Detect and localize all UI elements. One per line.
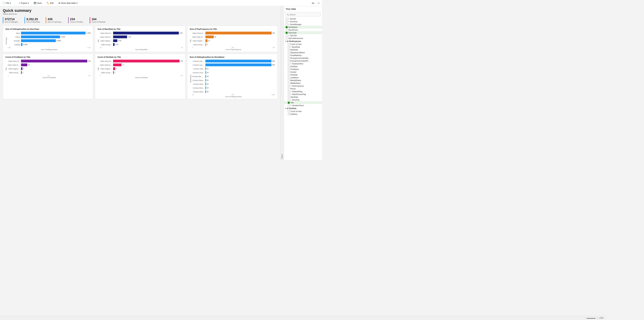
tree-checkbox-7[interactable] <box>286 37 288 39</box>
tree-checkbox-17[interactable] <box>288 66 290 68</box>
tree-checkbox-14[interactable] <box>288 57 290 59</box>
tree-checkbox-33[interactable] <box>288 110 290 112</box>
bar-container-r2-c1-b0: 143 <box>113 60 183 63</box>
tree-icon-16: Σ <box>290 63 292 65</box>
tree-item-31[interactable]: ΣVacationHours <box>284 104 322 107</box>
tree-item-0[interactable]: ΣStoreId <box>284 18 322 20</box>
bar-value-r1-c0-b1: 0.10M <box>61 36 65 38</box>
kpi-line-3 <box>68 17 69 23</box>
tree-checkbox-16[interactable] <box>288 63 290 65</box>
tree-item-30[interactable]: ✓Title <box>284 101 322 104</box>
tree-item-2[interactable]: ΣStoreManager <box>284 23 322 26</box>
tree-item-21[interactable]: LastName <box>284 76 322 79</box>
bar-container-r1-c0-b2: 0.09M <box>21 39 90 42</box>
chart-bar-row-r1-c1-b0: Sales Store M...6.6K <box>100 32 183 35</box>
tree-item-6[interactable]: ΣZipCode <box>284 34 322 37</box>
tree-section-dimemployee[interactable]: ▾ ⊞ DimEmployee <box>284 40 322 43</box>
tree-item-4[interactable]: StorePhone <box>284 29 322 31</box>
kpi-item-0: 372714 Sum of SellingAr... <box>3 17 19 23</box>
tree-checkbox-10[interactable] <box>288 46 290 48</box>
tree-item-15[interactable]: EmergencyContactPh... <box>284 60 322 62</box>
tree-checkbox-13[interactable] <box>288 55 290 56</box>
tree-item-34[interactable]: DateKey <box>284 113 322 116</box>
bar-fill-r1-c2-b0 <box>206 32 272 35</box>
chart-bars-r2-c0: Sales Store M...219Sales State Ma...19Sa… <box>8 60 90 78</box>
tree-section-dimdate[interactable]: ▾ ⊞ DimDate <box>284 107 322 110</box>
tree-item-19[interactable]: Gender <box>284 71 322 73</box>
tree-checkbox-6[interactable] <box>286 35 288 37</box>
tree-checkbox-0[interactable] <box>286 18 288 20</box>
tree-checkbox-26[interactable] <box>288 91 290 93</box>
tree-checkbox-5[interactable]: ✓ <box>286 32 288 34</box>
tree-item-3[interactable]: ✓StoreName <box>284 26 322 29</box>
tree-item-28[interactable]: StartDate <box>284 96 322 98</box>
tree-item-26[interactable]: ΣSalariedFlag <box>284 90 322 93</box>
tree-icon-6: Σ <box>288 35 289 36</box>
tree-checkbox-30[interactable]: ✓ <box>288 102 290 104</box>
tree-checkbox-11[interactable] <box>288 49 290 51</box>
tree-checkbox-9[interactable] <box>288 43 290 45</box>
tree-item-10[interactable]: ΣBaseRate <box>284 46 322 48</box>
tree-checkbox-31[interactable] <box>288 105 290 106</box>
tree-icon-29: Σ <box>290 99 292 101</box>
tree-item-25[interactable]: Phone <box>284 87 322 90</box>
tree-item-18[interactable]: FirstName <box>284 68 322 71</box>
bar-value-r2-c2-b8: 1K <box>207 91 209 93</box>
tree-checkbox-1[interactable] <box>286 21 288 23</box>
tree-checkbox-24[interactable] <box>288 85 290 87</box>
restore-icon[interactable]: ↩ <box>317 1 320 5</box>
tree-checkbox-18[interactable] <box>288 68 290 70</box>
tree-item-24[interactable]: ΣPayFrequency <box>284 85 322 87</box>
edit-button[interactable]: ✏️ Edit <box>46 1 54 5</box>
window-controls[interactable]: ⧉▾ <box>311 1 316 5</box>
tree-checkbox-2[interactable] <box>286 24 288 25</box>
tree-item-33[interactable]: Count of rows <box>284 110 322 113</box>
charts-row2: Count of FirstName by TitleTitleSales St… <box>3 54 278 99</box>
tree-item-23[interactable]: MiddleName <box>284 82 322 85</box>
table-icon: ⊞ <box>287 40 288 42</box>
tree-checkbox-27[interactable] <box>288 93 290 95</box>
tree-item-14[interactable]: EmergencyContactNa... <box>284 57 322 60</box>
save-button[interactable]: 💾 Save <box>33 1 43 5</box>
tree-item-17[interactable]: EndDate <box>284 65 322 68</box>
bar-fill-r1-c0-b0 <box>21 32 86 35</box>
tree-checkbox-12[interactable] <box>288 52 290 54</box>
tree-item-29[interactable]: ΣStoreKey <box>284 98 322 101</box>
tree-checkbox-28[interactable] <box>288 96 290 98</box>
tree-item-7[interactable]: ZipCodeExtension <box>284 37 322 40</box>
tree-checkbox-4[interactable] <box>286 29 288 31</box>
tree-label-4: StorePhone <box>288 29 298 31</box>
filters-tab[interactable]: Filters <box>280 6 284 160</box>
show-data-table-button[interactable]: ⊞ Show data table ▾ <box>57 1 78 5</box>
tree-item-13[interactable]: EmailAddress <box>284 54 322 57</box>
tree-checkbox-34[interactable] <box>288 113 290 115</box>
bar-fill-r2-c1-b0 <box>113 60 179 63</box>
tree-checkbox-29[interactable] <box>288 99 290 101</box>
tree-item-1[interactable]: ΣStoreKey <box>284 20 322 23</box>
tree-item-22[interactable]: MaritalStatus <box>284 79 322 82</box>
chart-y-axis-r2-c1: Title <box>98 68 99 71</box>
tree-checkbox-21[interactable] <box>288 77 290 79</box>
tree-checkbox-3[interactable]: ✓ <box>286 26 288 28</box>
tree-checkbox-22[interactable] <box>288 80 290 81</box>
tree-checkbox-23[interactable] <box>288 82 290 84</box>
tree-item-9[interactable]: Count of rows <box>284 43 322 46</box>
chart-bars-r2-c2: Contoso Asia ...94KContoso Asia ...94KCo… <box>192 60 275 98</box>
tree-item-11[interactable]: BirthDate <box>284 48 322 51</box>
search-input[interactable] <box>290 14 319 16</box>
tree-label-20: HireDate <box>290 74 298 76</box>
tree-item-16[interactable]: ΣEmployeeKey <box>284 62 322 65</box>
tree-item-5[interactable]: ✓StoreType <box>284 31 322 34</box>
export-button[interactable]: ↗ Export ▾ <box>18 1 30 5</box>
tree-item-12[interactable]: DepartmentName <box>284 51 322 54</box>
tree-icon-0: Σ <box>288 18 289 20</box>
tree-item-20[interactable]: HireDate <box>284 73 322 76</box>
tree-checkbox-19[interactable] <box>288 71 290 73</box>
tree-checkbox-15[interactable] <box>288 60 290 62</box>
tree-checkbox-25[interactable] <box>288 88 290 90</box>
bar-value-r2-c1-b1: 17 <box>122 64 124 66</box>
sidebar-header: Your data <box>284 6 322 12</box>
tree-item-27[interactable]: ΣSalesPersonFlag <box>284 93 322 96</box>
file-menu[interactable]: 📄 File ▾ <box>2 1 12 5</box>
tree-checkbox-20[interactable] <box>288 74 290 76</box>
